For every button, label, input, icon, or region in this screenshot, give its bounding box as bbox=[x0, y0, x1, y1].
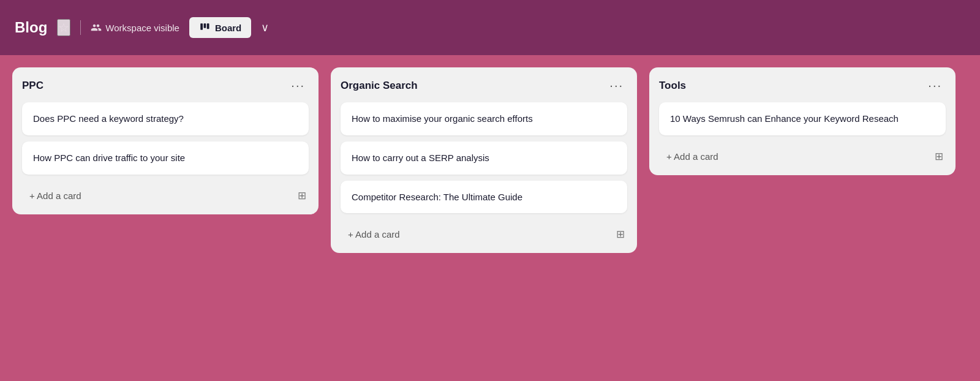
svg-rect-1 bbox=[203, 23, 206, 28]
board-label: Board bbox=[215, 23, 241, 33]
card-ppc-2[interactable]: How PPC can drive traffic to your site bbox=[22, 141, 309, 175]
card-tools-1[interactable]: 10 Ways Semrush can Enhance your Keyword… bbox=[659, 102, 946, 135]
board-area: PPC···Does PPC need a keyword strategy?H… bbox=[0, 55, 980, 381]
card-template-icon-ppc[interactable]: ⊞ bbox=[298, 189, 306, 202]
column-ppc: PPC···Does PPC need a keyword strategy?H… bbox=[12, 67, 318, 214]
add-card-button-ppc[interactable]: + Add a card bbox=[24, 188, 86, 203]
people-icon bbox=[91, 22, 102, 33]
board-title: Blog bbox=[15, 19, 47, 36]
card-org-3[interactable]: Competitor Research: The Ultimate Guide bbox=[341, 181, 627, 214]
column-organic: Organic Search···How to maximise your or… bbox=[331, 67, 637, 253]
card-org-2[interactable]: How to carry out a SERP analysis bbox=[341, 141, 627, 175]
header-divider bbox=[80, 20, 81, 35]
card-ppc-1[interactable]: Does PPC need a keyword strategy? bbox=[22, 102, 309, 135]
column-tools: Tools···10 Ways Semrush can Enhance your… bbox=[649, 67, 956, 175]
card-template-icon-tools[interactable]: ⊞ bbox=[935, 150, 943, 163]
column-menu-organic[interactable]: ··· bbox=[606, 77, 627, 94]
add-card-row-tools: + Add a card⊞ bbox=[659, 144, 946, 165]
board-icon bbox=[199, 22, 210, 33]
visibility-label: Workspace visible bbox=[105, 23, 179, 33]
board-menu-button[interactable]: ∨ bbox=[261, 21, 269, 34]
column-title-organic: Organic Search bbox=[341, 80, 418, 92]
column-header-tools: Tools··· bbox=[659, 77, 946, 96]
header: Blog ☆ Workspace visible Board ∨ bbox=[0, 0, 980, 55]
add-card-button-tools[interactable]: + Add a card bbox=[662, 149, 723, 164]
add-card-button-organic[interactable]: + Add a card bbox=[343, 227, 405, 242]
card-org-1[interactable]: How to maximise your organic search effo… bbox=[341, 102, 627, 135]
card-template-icon-organic[interactable]: ⊞ bbox=[616, 228, 625, 241]
add-card-row-ppc: + Add a card⊞ bbox=[22, 183, 309, 205]
column-header-organic: Organic Search··· bbox=[341, 77, 627, 96]
workspace-visibility[interactable]: Workspace visible bbox=[91, 22, 179, 33]
column-header-ppc: PPC··· bbox=[22, 77, 309, 96]
board-view-button[interactable]: Board bbox=[189, 17, 251, 38]
column-menu-tools[interactable]: ··· bbox=[924, 77, 946, 94]
add-card-row-organic: + Add a card⊞ bbox=[341, 222, 627, 243]
svg-rect-2 bbox=[207, 23, 209, 29]
column-title-tools: Tools bbox=[659, 80, 686, 92]
column-menu-ppc[interactable]: ··· bbox=[287, 77, 309, 94]
column-title-ppc: PPC bbox=[22, 80, 43, 92]
star-button[interactable]: ☆ bbox=[57, 19, 70, 36]
svg-rect-0 bbox=[200, 23, 203, 30]
